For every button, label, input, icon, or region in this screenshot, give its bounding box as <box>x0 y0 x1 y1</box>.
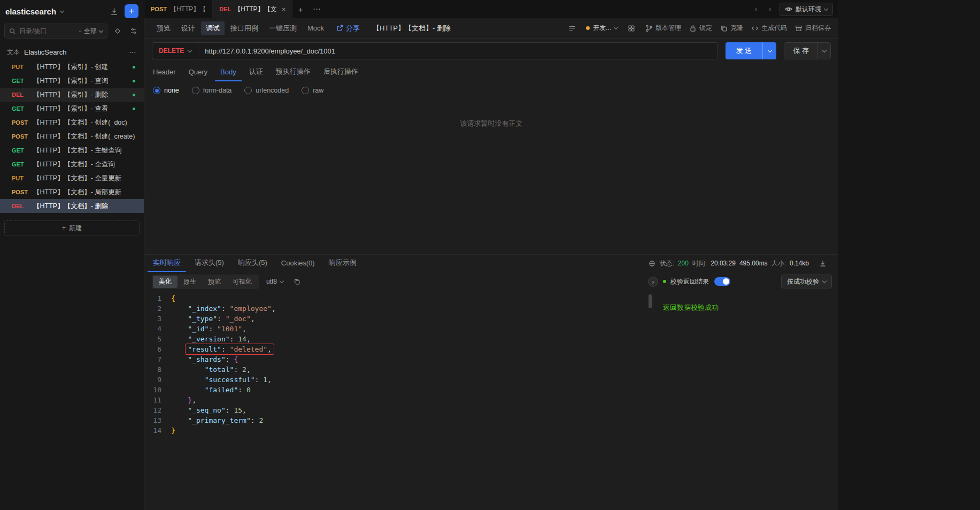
generate-code-button[interactable]: 生成代码 <box>751 24 787 33</box>
url-input[interactable]: http://127.0.0.1:9200/employee/_doc/1001 <box>198 47 342 55</box>
api-item-label: 【HTTP】【文档】- 删除 <box>33 202 108 211</box>
environment-selector[interactable]: 默认环境 <box>780 3 833 16</box>
more-icon[interactable]: ⋯ <box>129 48 137 56</box>
lock-button[interactable]: 锁定 <box>689 24 712 33</box>
mode-tab[interactable]: 接口用例 <box>226 21 263 35</box>
request-subtab[interactable]: Body <box>215 63 242 81</box>
mode-tab[interactable]: Mock <box>303 22 329 34</box>
open-tab[interactable]: DEL【HTTP】【文× <box>213 0 292 18</box>
code-line: 1{ <box>144 293 653 303</box>
api-item[interactable]: GET【HTTP】【文档】- 主键查询 <box>0 143 144 157</box>
version-manage-button[interactable]: 版本管理 <box>645 24 681 33</box>
response-tab[interactable]: 实时响应 <box>148 255 186 272</box>
api-item[interactable]: POST【HTTP】【文档】- 创建(_doc) <box>0 116 144 130</box>
chevron-down-icon <box>822 278 827 283</box>
validate-toggle[interactable] <box>714 277 730 286</box>
method-label: PUT <box>12 175 33 181</box>
response-body: 美化原生预览可视化 utf8 1{2 "_index": "employee",… <box>144 272 838 510</box>
mode-tab[interactable]: 调试 <box>201 21 225 35</box>
display-settings-button[interactable] <box>128 25 140 37</box>
api-item[interactable]: DEL【HTTP】【文档】- 删除 <box>0 199 144 213</box>
request-subtab[interactable]: 后执行操作 <box>318 63 364 81</box>
branch-icon <box>645 25 653 32</box>
sidebar-actions: + <box>108 4 138 18</box>
method-label: POST <box>151 6 167 12</box>
save-dropdown-button[interactable] <box>817 43 830 59</box>
tab-more-button[interactable]: ⋯ <box>308 0 325 18</box>
status-dot <box>586 26 590 30</box>
response-editor[interactable]: 1{2 "_index": "employee",3 "_type": "_do… <box>144 291 653 510</box>
mode-tab[interactable]: 预览 <box>152 21 175 35</box>
download-button[interactable] <box>817 257 829 269</box>
import-button[interactable] <box>108 5 120 17</box>
search-input[interactable]: 目录/接口 全部 <box>4 24 107 39</box>
view-mode[interactable]: 美化 <box>153 276 178 288</box>
api-item[interactable]: DEL【HTTP】【索引】- 删除 <box>0 88 144 102</box>
api-item[interactable]: PUT【HTTP】【索引】- 创建 <box>0 60 144 74</box>
search-scope-select[interactable]: 全部 <box>84 27 103 36</box>
encoding-select[interactable]: utf8 <box>266 278 283 285</box>
validate-mode-select[interactable]: 按成功校验 <box>781 275 832 288</box>
response-tab[interactable]: 响应头(5) <box>233 255 273 272</box>
api-item[interactable]: PUT【HTTP】【文档】- 全量更新 <box>0 171 144 185</box>
request-subtab[interactable]: Query <box>183 63 213 81</box>
view-mode[interactable]: 可视化 <box>227 276 258 288</box>
mode-tab[interactable]: 一键压测 <box>264 21 302 35</box>
nav-back-icon[interactable]: ‹ <box>752 4 760 14</box>
search-scope-label: 全部 <box>84 27 97 36</box>
new-tab-button[interactable]: + <box>292 0 308 18</box>
request-subtab[interactable]: 认证 <box>244 63 268 81</box>
view-mode-switcher: 美化原生预览可视化 <box>152 275 259 289</box>
add-api-button[interactable]: + <box>125 4 138 18</box>
archive-save-button[interactable]: 归档保存 <box>795 24 831 33</box>
api-item[interactable]: GET【HTTP】【索引】- 查询 <box>0 74 144 88</box>
body-type-radio[interactable]: urlencoded <box>244 87 289 94</box>
project-switcher[interactable]: elasticsearch <box>5 7 64 16</box>
response-tab[interactable]: 请求头(5) <box>189 255 229 272</box>
open-tab[interactable]: POST【HTTP】【 <box>144 0 213 18</box>
api-item[interactable]: POST【HTTP】【文档】- 创建(_create) <box>0 130 144 143</box>
code-lines: 1{2 "_index": "employee",3 "_type": "_do… <box>144 293 653 436</box>
app-window: elasticsearch + 目录/接口 <box>0 0 838 510</box>
api-item[interactable]: GET【HTTP】【文档】- 全查询 <box>0 157 144 171</box>
request-subtab[interactable]: 预执行操作 <box>271 63 316 81</box>
send-dropdown-button[interactable] <box>762 42 776 59</box>
api-item[interactable]: GET【HTTP】【索引】- 查看 <box>0 102 144 116</box>
api-status-select[interactable]: 开发... <box>586 24 618 33</box>
nav-forward-icon[interactable]: › <box>766 4 774 14</box>
filter-button[interactable] <box>112 25 124 37</box>
outline-button[interactable] <box>566 22 578 34</box>
api-item[interactable]: POST【HTTP】【文档】- 局部更新 <box>0 185 144 199</box>
apps-button[interactable] <box>626 22 637 34</box>
response-tab[interactable]: 响应示例 <box>323 255 362 272</box>
folder-root[interactable]: 文本 ElasticSearch ⋯ <box>0 44 144 60</box>
api-item-label: 【HTTP】【文档】- 局部更新 <box>33 188 121 197</box>
view-mode[interactable]: 预览 <box>202 276 227 288</box>
mode-tab[interactable]: 设计 <box>176 21 200 35</box>
method-label: GET <box>12 78 33 84</box>
scrollbar-thumb[interactable] <box>649 294 652 308</box>
share-button[interactable]: 分享 <box>336 24 360 33</box>
close-icon[interactable]: × <box>282 5 286 13</box>
clone-button[interactable]: 克隆 <box>720 24 743 33</box>
body-type-radio[interactable]: none <box>153 87 179 94</box>
response-tab[interactable]: Cookies(0) <box>276 255 320 272</box>
import-icon <box>110 7 118 16</box>
view-mode[interactable]: 原生 <box>178 276 202 288</box>
line-number: 4 <box>144 324 171 334</box>
method-select[interactable]: DELETE <box>152 43 198 59</box>
copy-button[interactable] <box>291 276 303 287</box>
duration-value: 495.00ms <box>739 260 768 267</box>
collapse-panel-button[interactable]: › <box>648 277 658 287</box>
body-type-radio[interactable]: form-data <box>192 87 232 94</box>
new-api-button[interactable]: + 新建 <box>4 220 140 235</box>
body-type-radio[interactable]: raw <box>302 87 323 94</box>
request-subtab[interactable]: Header <box>148 63 181 81</box>
saved-dot <box>133 94 135 96</box>
saved-dot <box>133 108 135 110</box>
send-button[interactable]: 发 送 <box>726 42 763 59</box>
save-button[interactable]: 保 存 <box>784 43 817 59</box>
response-panel: 实时响应请求头(5)响应头(5)Cookies(0)响应示例 状态: 200 时… <box>144 254 838 510</box>
api-item-label: 【HTTP】【文档】- 创建(_doc) <box>33 118 127 127</box>
saved-dot <box>133 80 135 82</box>
